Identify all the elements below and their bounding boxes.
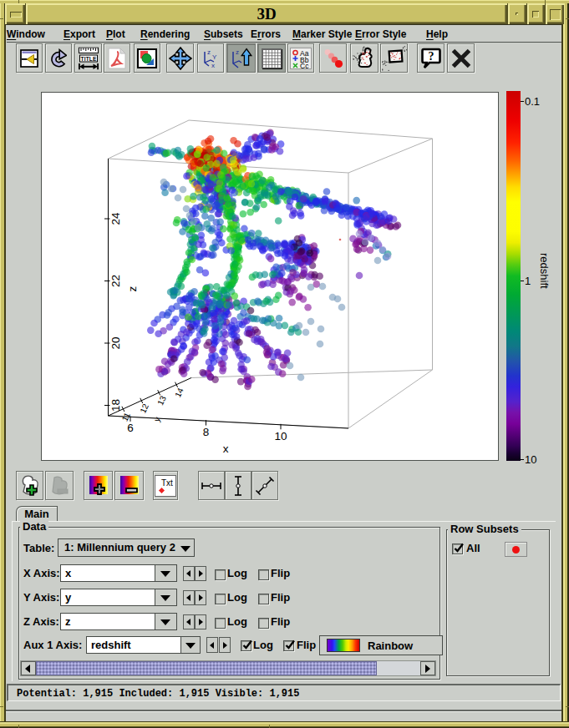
- svg-text:z: z: [126, 286, 139, 291]
- svg-text:12: 12: [138, 402, 150, 415]
- svg-text:z: z: [207, 48, 211, 56]
- svg-text:y: y: [152, 416, 162, 423]
- svg-text:Cc: Cc: [300, 62, 309, 69]
- svg-text:Y: Y: [212, 53, 217, 61]
- svg-text:x: x: [211, 62, 215, 69]
- svg-text:z: z: [236, 48, 239, 56]
- svg-text:8: 8: [203, 426, 210, 438]
- svg-text:20: 20: [109, 336, 122, 349]
- svg-text:22: 22: [109, 275, 122, 287]
- svg-text:x: x: [223, 442, 229, 455]
- svg-text:TITLE: TITLE: [80, 55, 97, 61]
- svg-text:6: 6: [127, 422, 134, 434]
- svg-text:10: 10: [274, 430, 287, 442]
- svg-text:13: 13: [155, 394, 168, 407]
- svg-text:?: ?: [428, 49, 434, 62]
- svg-text:18: 18: [109, 399, 122, 412]
- svg-text:24: 24: [109, 212, 122, 225]
- svg-text:Txt: Txt: [161, 478, 173, 488]
- svg-text:14: 14: [173, 386, 185, 398]
